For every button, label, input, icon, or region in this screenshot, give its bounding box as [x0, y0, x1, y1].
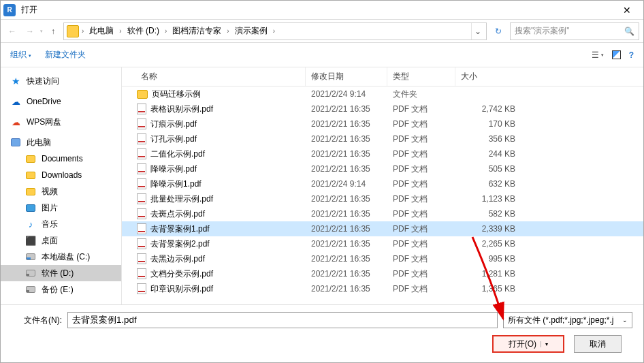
preview-pane-icon[interactable]	[612, 50, 621, 59]
file-name: 去黑边示例.pdf	[150, 253, 205, 265]
file-type: PDF 文档	[387, 223, 455, 235]
pdf-file-icon	[137, 253, 146, 264]
search-input[interactable]: 搜索"演示案例" 🔍	[510, 22, 639, 40]
sidebar-item[interactable]: 备份 (E:)	[1, 281, 121, 298]
file-row[interactable]: 二值化示例.pdf2021/2/21 16:35PDF 文档244 KB	[122, 146, 643, 161]
file-row[interactable]: 去背景案例2.pdf2021/2/21 16:35PDF 文档2,265 KB	[122, 236, 643, 251]
help-icon[interactable]: ?	[629, 50, 634, 60]
sidebar-item[interactable]: 本地磁盘 (C:)	[1, 249, 121, 265]
back-button[interactable]: ←	[5, 24, 20, 39]
sidebar-item[interactable]: Downloads	[1, 167, 121, 183]
file-row[interactable]: 降噪示例.pdf2021/2/21 16:35PDF 文档505 KB	[122, 161, 643, 176]
chevron-right-icon: ›	[80, 27, 85, 35]
refresh-icon[interactable]: ↻	[489, 22, 507, 40]
file-row[interactable]: 去背景案例1.pdf2021/2/21 16:35PDF 文档2,339 KB	[122, 221, 643, 236]
file-name: 去背景案例2.pdf	[150, 238, 210, 250]
pdf-file-icon	[137, 283, 146, 294]
file-type: PDF 文档	[387, 104, 455, 115]
open-button[interactable]: 打开(O) ▾	[492, 335, 564, 353]
file-row[interactable]: 去斑点示例.pdf2021/2/21 16:35PDF 文档582 KB	[122, 206, 643, 221]
pdf-file-icon	[137, 104, 146, 114]
breadcrumb[interactable]: › 此电脑 › 软件 (D:) › 图档清洁专家 › 演示案例 › ⌄	[63, 22, 487, 40]
file-row[interactable]: 印章识别示例.pdf2021/2/21 16:35PDF 文档1,365 KB	[122, 281, 643, 296]
file-row[interactable]: 订痕示例.pdf2021/2/21 16:35PDF 文档170 KB	[122, 116, 643, 131]
filename-label: 文件名(N):	[12, 315, 62, 326]
sidebar-item[interactable]: 软件 (D:)	[1, 265, 121, 281]
chevron-right-icon: ›	[118, 27, 123, 35]
file-row[interactable]: 文档分类示例.pdf2021/2/21 16:35PDF 文档1,281 KB	[122, 266, 643, 281]
chevron-down-icon: ⌄	[622, 317, 628, 323]
file-size: 582 KB	[455, 209, 524, 219]
file-type: PDF 文档	[387, 133, 455, 145]
file-date: 2021/2/24 9:14	[306, 89, 387, 99]
column-header-name[interactable]: 名称	[122, 67, 306, 86]
file-name: 订孔示例.pdf	[150, 133, 197, 145]
forward-button[interactable]: →	[22, 24, 37, 39]
sidebar-item-label: 备份 (E:)	[42, 284, 74, 296]
sidebar-item[interactable]: ★快速访问	[1, 73, 121, 89]
chevron-right-icon: ›	[225, 27, 230, 35]
sidebar-item-label: OneDrive	[27, 97, 61, 106]
file-size: 995 KB	[455, 254, 524, 264]
sidebar-item-label: 桌面	[42, 235, 58, 247]
file-name: 订痕示例.pdf	[150, 119, 197, 130]
file-size: 1,123 KB	[455, 194, 524, 204]
file-size: 356 KB	[455, 134, 524, 144]
file-size: 170 KB	[455, 119, 524, 129]
file-row[interactable]: 页码迁移示例2021/2/24 9:14文件夹	[122, 86, 643, 101]
file-type: PDF 文档	[387, 208, 455, 220]
breadcrumb-item[interactable]: 演示案例	[232, 25, 270, 37]
chevron-right-icon: ›	[163, 27, 168, 35]
file-list: 页码迁移示例2021/2/24 9:14文件夹表格识别示例.pdf2021/2/…	[122, 86, 643, 304]
folder-icon	[67, 25, 79, 37]
breadcrumb-item[interactable]: 图档清洁专家	[170, 25, 224, 37]
sidebar-item[interactable]: ☁WPS网盘	[1, 114, 121, 130]
file-row[interactable]: 去黑边示例.pdf2021/2/21 16:35PDF 文档995 KB	[122, 251, 643, 266]
column-header-type[interactable]: 类型	[387, 67, 455, 86]
sidebar-item[interactable]: ⬛桌面	[1, 232, 121, 249]
chevron-down-icon[interactable]: ⌄	[471, 23, 483, 40]
file-date: 2021/2/24 9:14	[306, 179, 387, 189]
organize-menu[interactable]: 组织 ▾	[10, 49, 31, 61]
breadcrumb-item[interactable]: 此电脑	[86, 25, 116, 37]
file-row[interactable]: 订孔示例.pdf2021/2/21 16:35PDF 文档356 KB	[122, 131, 643, 146]
filter-text: 所有文件 (*.pdf;*.jpg;*.jpeg;*.j	[508, 315, 613, 326]
file-date: 2021/2/21 16:35	[306, 254, 387, 264]
close-icon[interactable]: ✕	[613, 5, 641, 16]
sidebar-item[interactable]: 视频	[1, 183, 121, 200]
file-date: 2021/2/21 16:35	[306, 284, 387, 294]
file-type: PDF 文档	[387, 119, 455, 130]
file-date: 2021/2/21 16:35	[306, 269, 387, 279]
cancel-button[interactable]: 取消	[574, 335, 622, 353]
up-button[interactable]: ↑	[46, 24, 61, 39]
sidebar-item-label: 本地磁盘 (C:)	[42, 251, 90, 263]
file-size: 2,265 KB	[455, 239, 524, 249]
sidebar-item-label: WPS网盘	[27, 116, 61, 128]
breadcrumb-item[interactable]: 软件 (D:)	[125, 25, 162, 37]
chevron-right-icon: ›	[272, 27, 276, 35]
new-folder-button[interactable]: 新建文件夹	[45, 49, 86, 61]
filename-input[interactable]	[67, 312, 498, 328]
sidebar-item-label: 快速访问	[27, 76, 59, 87]
sidebar-item[interactable]: 此电脑	[1, 134, 121, 151]
column-header-date[interactable]: 修改日期	[306, 67, 387, 86]
sidebar-item-label: 软件 (D:)	[42, 268, 74, 279]
sidebar-item[interactable]: Documents	[1, 151, 121, 167]
sidebar-item-label: 视频	[42, 186, 58, 198]
file-row[interactable]: 批量处理示例.pdf2021/2/21 16:35PDF 文档1,123 KB	[122, 191, 643, 206]
column-header-size[interactable]: 大小	[455, 67, 524, 86]
sidebar-item[interactable]: ♪音乐	[1, 216, 121, 232]
pdf-file-icon	[137, 223, 146, 234]
file-type-filter[interactable]: 所有文件 (*.pdf;*.jpg;*.jpeg;*.j ⌄	[503, 312, 632, 328]
history-dropdown-icon[interactable]: ▾	[40, 29, 43, 34]
file-type: PDF 文档	[387, 268, 455, 280]
file-row[interactable]: 表格识别示例.pdf2021/2/21 16:35PDF 文档2,742 KB	[122, 101, 643, 116]
file-type: PDF 文档	[387, 283, 455, 295]
sidebar-item[interactable]: 图片	[1, 200, 121, 216]
file-name: 页码迁移示例	[152, 89, 201, 100]
file-row[interactable]: 降噪示例1.pdf2021/2/24 9:14PDF 文档632 KB	[122, 176, 643, 191]
folder-icon	[137, 90, 148, 99]
sidebar-item[interactable]: ☁OneDrive	[1, 93, 121, 110]
view-mode-icon[interactable]: ☰▾	[592, 50, 604, 60]
file-type: PDF 文档	[387, 238, 455, 250]
